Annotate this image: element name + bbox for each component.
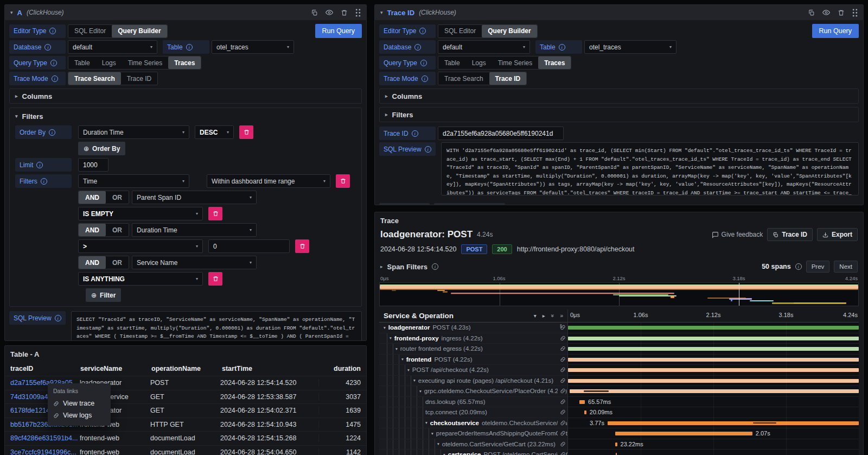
info-icon[interactable]: i: [55, 315, 61, 321]
span-duration-bar[interactable]: [568, 337, 859, 340]
info-icon[interactable]: i: [432, 263, 438, 270]
filter-field-select[interactable]: Time▾: [78, 174, 189, 188]
sql-editor-option[interactable]: SQL Editor: [438, 25, 482, 37]
trace-id-input[interactable]: d2a7155ef6a928a05680e5ff6190241d: [438, 127, 564, 140]
info-icon[interactable]: i: [49, 129, 55, 136]
trace-id-link[interactable]: 89cf4286e631591b4...: [10, 434, 80, 442]
column-header-operation[interactable]: operationName: [151, 365, 222, 372]
prev-button[interactable]: Prev: [806, 261, 830, 273]
duplicate-query-icon[interactable]: [808, 9, 815, 16]
or-option[interactable]: OR: [106, 256, 129, 269]
database-select[interactable]: default▾: [68, 40, 157, 54]
minimap-canvas[interactable]: [379, 282, 859, 306]
info-icon[interactable]: i: [425, 146, 431, 153]
span-link-icon[interactable]: [558, 367, 566, 373]
span-duration-bar[interactable]: [568, 358, 859, 362]
add-order-by-button[interactable]: ⊕Order By: [78, 142, 125, 155]
delete-query-icon[interactable]: [341, 9, 348, 16]
query-builder-option[interactable]: Query Builder: [112, 25, 167, 37]
condition-value-input[interactable]: 0: [208, 239, 290, 253]
next-button[interactable]: Next: [834, 261, 858, 273]
span-bar-cell[interactable]: [568, 323, 859, 333]
info-icon[interactable]: i: [44, 44, 51, 50]
hide-query-icon[interactable]: [326, 9, 333, 16]
collapse-all-icon[interactable]: »: [550, 314, 556, 318]
column-header-start[interactable]: startTime: [222, 365, 321, 372]
span-bar-cell[interactable]: 23.22ms: [568, 439, 859, 450]
add-query-button[interactable]: +Add query: [379, 203, 430, 205]
filter-value-select[interactable]: Within dashboard time range▾: [207, 174, 330, 188]
span-duration-bar[interactable]: [568, 347, 859, 351]
span-name-cell[interactable]: ▾prepareOrderItemsAndShippingQuoteFromCa…: [379, 428, 568, 439]
remove-condition-button[interactable]: [295, 239, 309, 253]
span-duration-bar[interactable]: [616, 453, 617, 455]
span-bar-cell[interactable]: 65.57ms: [568, 397, 859, 407]
chevron-right-icon[interactable]: ▸: [380, 264, 383, 269]
filters-section[interactable]: ▸ Filters: [379, 107, 859, 122]
span-link-icon[interactable]: [558, 356, 566, 362]
info-icon[interactable]: i: [36, 162, 43, 168]
columns-section[interactable]: ▸ Columns: [9, 89, 362, 104]
column-header-duration[interactable]: duration: [321, 365, 361, 372]
columns-section[interactable]: ▸ Columns: [379, 89, 859, 104]
span-name-cell[interactable]: ▾checkoutserviceoteldemo.CheckoutService…: [379, 418, 568, 428]
chevron-down-icon[interactable]: ▾: [401, 357, 404, 362]
span-name-cell[interactable]: dns.lookup (65.57ms): [379, 397, 568, 407]
span-link-icon[interactable]: [558, 335, 566, 341]
chevron-down-icon[interactable]: ▾: [390, 336, 392, 340]
and-option[interactable]: AND: [79, 191, 106, 204]
span-name-cell[interactable]: ▾router frontend egress (4.22s): [379, 344, 568, 354]
info-icon[interactable]: i: [419, 28, 426, 34]
span-name-cell[interactable]: ▾POST /api/checkout (4.22s): [379, 365, 568, 375]
run-query-button[interactable]: Run Query: [315, 24, 362, 38]
info-icon[interactable]: i: [412, 130, 418, 137]
chevron-down-icon[interactable]: ▾: [437, 441, 439, 446]
column-header-trace-id[interactable]: traceID: [10, 365, 80, 372]
info-icon[interactable]: i: [52, 75, 58, 82]
span-link-icon[interactable]: [558, 420, 566, 426]
chevron-down-icon[interactable]: ▾: [443, 452, 445, 455]
view-logs-link[interactable]: View logs: [53, 409, 105, 421]
table-select[interactable]: otel_traces▾: [212, 40, 294, 54]
chevron-down-icon[interactable]: ▾: [425, 420, 427, 425]
span-duration-bar[interactable]: [570, 389, 859, 393]
remove-condition-button[interactable]: [208, 272, 222, 286]
and-option[interactable]: AND: [79, 224, 106, 236]
drag-handle-icon[interactable]: [355, 9, 361, 17]
span-duration-bar[interactable]: [568, 379, 859, 383]
query-inspector-button[interactable]: iQuery inspector: [434, 203, 505, 205]
chevron-down-icon[interactable]: ▾: [395, 346, 398, 351]
span-duration-bar[interactable]: [568, 368, 859, 372]
query-type-traces[interactable]: Traces: [538, 56, 571, 69]
query-type-time-series[interactable]: Time Series: [122, 56, 169, 69]
add-filter-button[interactable]: ⊕Filter: [86, 288, 121, 302]
info-icon[interactable]: i: [49, 28, 56, 34]
span-duration-bar[interactable]: [579, 400, 585, 404]
view-trace-link[interactable]: View trace: [53, 397, 105, 409]
span-link-icon[interactable]: [558, 377, 566, 383]
remove-condition-button[interactable]: [208, 207, 222, 220]
span-name-cell[interactable]: ▾grpc.oteldemo.CheckoutService/PlaceOrde…: [379, 386, 568, 396]
chevron-down-icon[interactable]: ▾: [431, 431, 433, 436]
span-bar-cell[interactable]: [568, 376, 859, 386]
condition-operator-select[interactable]: IS ANYTHING▾: [78, 272, 203, 286]
run-query-button[interactable]: Run Query: [812, 24, 859, 38]
collapse-one-icon[interactable]: ▾: [534, 313, 537, 319]
span-bar-cell[interactable]: [568, 333, 859, 344]
filters-section-header[interactable]: ▾ Filters: [15, 112, 356, 121]
span-name-cell[interactable]: ▾frontendPOST (4.22s): [379, 355, 568, 365]
or-option[interactable]: OR: [106, 191, 129, 204]
info-icon[interactable]: i: [50, 60, 57, 66]
chevron-down-icon[interactable]: ▾: [413, 378, 416, 383]
remove-filter-button[interactable]: [336, 174, 350, 188]
trace-id-option[interactable]: Trace ID: [489, 72, 527, 85]
span-name-cell[interactable]: ▾oteldemo.CartService/GetCart (23.22ms): [379, 439, 568, 450]
condition-operator-select[interactable]: IS EMPTY▾: [78, 207, 203, 220]
condition-field-select[interactable]: Service Name▾: [132, 256, 257, 269]
or-option[interactable]: OR: [106, 224, 129, 236]
span-link-icon[interactable]: [558, 346, 566, 352]
panel-collapse-icon[interactable]: ▾: [380, 10, 383, 15]
span-bar-cell[interactable]: 20.09ms: [568, 407, 859, 418]
span-name-cell[interactable]: ▾executing api route (pages) /api/checko…: [379, 376, 568, 386]
column-header-service[interactable]: serviceName: [80, 365, 151, 372]
